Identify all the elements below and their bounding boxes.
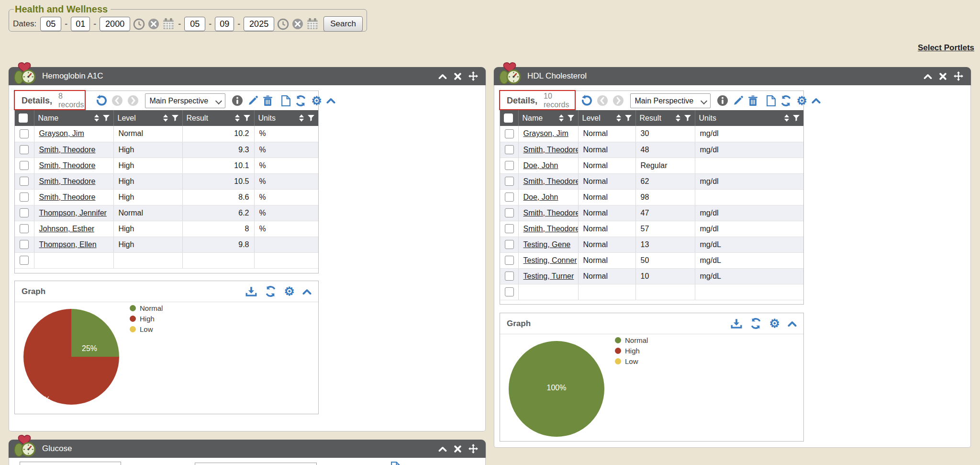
row-checkbox[interactable] [20, 208, 29, 217]
row-checkbox[interactable] [20, 240, 29, 249]
patient-name-link[interactable]: Thompson, Jennifer [39, 209, 107, 217]
to-year-input[interactable] [244, 17, 274, 31]
sort-icon[interactable] [94, 114, 99, 122]
from-year-input[interactable] [100, 17, 130, 31]
patient-name-link[interactable]: Smith, Theodore [39, 146, 96, 154]
patient-name-link[interactable]: Smith, Theodore [39, 161, 96, 170]
new-row-checkbox[interactable] [20, 256, 29, 265]
trash-icon[interactable] [748, 95, 758, 106]
undo-icon[interactable] [95, 94, 107, 107]
refresh-icon[interactable] [295, 95, 307, 107]
row-checkbox[interactable] [505, 240, 514, 249]
row-checkbox[interactable] [20, 145, 29, 154]
new-row-checkbox[interactable] [505, 287, 514, 296]
sort-icon[interactable] [235, 114, 240, 122]
to-month-input[interactable] [184, 17, 205, 31]
sort-icon[interactable] [616, 114, 621, 122]
gear-icon[interactable]: ⚙ [284, 285, 295, 297]
collapse-portlet-icon[interactable] [438, 74, 447, 79]
filter-funnel-icon[interactable] [793, 115, 800, 121]
to-calendar-icon[interactable] [306, 18, 319, 30]
patient-name-link[interactable]: Doe, John [523, 193, 558, 201]
perspective-select-fragment[interactable] [195, 463, 317, 465]
row-checkbox[interactable] [505, 129, 514, 138]
move-portlet-icon[interactable] [468, 444, 478, 454]
row-checkbox[interactable] [505, 256, 514, 265]
download-icon[interactable] [245, 286, 257, 297]
patient-name-link[interactable]: Johnson, Esther [39, 225, 95, 233]
row-checkbox[interactable] [20, 224, 29, 233]
portlet-header[interactable]: Hemoglobin A1C [9, 67, 486, 85]
patient-name-link[interactable]: Testing, Conner [523, 256, 577, 264]
row-checkbox[interactable] [505, 272, 514, 281]
to-time-icon[interactable] [277, 18, 289, 30]
row-checkbox[interactable] [505, 193, 514, 202]
sort-icon[interactable] [299, 114, 304, 122]
patient-name-link[interactable]: Grayson, Jim [523, 129, 568, 137]
close-portlet-icon[interactable] [454, 73, 461, 80]
patient-name-link[interactable]: Testing, Gene [523, 240, 571, 249]
new-document-icon[interactable] [767, 95, 776, 106]
patient-name-link[interactable]: Thompson, Ellen [39, 240, 97, 249]
refresh-icon[interactable] [780, 95, 792, 107]
row-checkbox[interactable] [20, 193, 29, 202]
filter-funnel-icon[interactable] [172, 115, 178, 121]
info-icon[interactable] [232, 95, 243, 106]
to-clear-icon[interactable] [292, 18, 303, 30]
patient-name-link[interactable]: Doe, John [523, 161, 558, 170]
from-time-icon[interactable] [133, 18, 145, 30]
select-portlets-link[interactable]: Select Portlets [918, 43, 974, 53]
filter-funnel-icon[interactable] [568, 115, 574, 121]
edit-pencil-icon[interactable] [247, 95, 258, 106]
move-portlet-icon[interactable] [468, 71, 478, 81]
row-checkbox[interactable] [505, 208, 514, 217]
filter-funnel-icon[interactable] [308, 115, 314, 121]
patient-name-link[interactable]: Smith, Theodore [39, 193, 96, 201]
sort-icon[interactable] [676, 114, 680, 122]
gear-icon[interactable]: ⚙ [796, 95, 807, 107]
collapse-portlet-icon[interactable] [924, 74, 932, 79]
search-button[interactable]: Search [323, 16, 363, 32]
patient-name-link[interactable]: Smith, Theodore [523, 209, 579, 217]
row-checkbox[interactable] [20, 129, 29, 138]
filter-funnel-icon[interactable] [244, 115, 250, 121]
close-portlet-icon[interactable] [454, 445, 461, 453]
row-checkbox[interactable] [505, 224, 514, 233]
sort-icon[interactable] [784, 114, 789, 122]
patient-name-link[interactable]: Smith, Theodore [39, 177, 96, 185]
row-checkbox[interactable] [505, 145, 514, 154]
collapse-section-icon[interactable] [326, 98, 335, 103]
move-portlet-icon[interactable] [954, 71, 963, 81]
undo-icon[interactable] [580, 94, 592, 107]
sort-icon[interactable] [163, 114, 168, 122]
row-checkbox[interactable] [20, 177, 29, 186]
gear-icon[interactable]: ⚙ [769, 318, 780, 329]
to-day-input[interactable] [215, 17, 234, 31]
row-checkbox[interactable] [20, 161, 29, 170]
filter-funnel-icon[interactable] [103, 115, 110, 121]
collapse-section-icon[interactable] [788, 321, 797, 327]
patient-name-link[interactable]: Testing, Turner [523, 272, 574, 280]
close-portlet-icon[interactable] [939, 73, 947, 80]
row-checkbox[interactable] [505, 161, 514, 170]
refresh-icon[interactable] [265, 285, 277, 297]
perspective-select[interactable]: Main Perspective [630, 93, 711, 108]
edit-pencil-icon[interactable] [733, 95, 744, 106]
patient-name-link[interactable]: Grayson, Jim [39, 129, 84, 137]
from-day-input[interactable] [71, 17, 90, 31]
gear-icon[interactable]: ⚙ [311, 95, 322, 107]
from-calendar-icon[interactable] [162, 18, 175, 30]
filter-funnel-icon[interactable] [684, 115, 691, 121]
patient-name-link[interactable]: Smith, Theodore [523, 146, 579, 154]
collapse-portlet-icon[interactable] [438, 446, 447, 452]
filter-funnel-icon[interactable] [625, 115, 632, 121]
portlet-header[interactable]: Glucose [9, 440, 486, 458]
next-icon[interactable] [612, 95, 624, 106]
new-document-icon[interactable] [281, 95, 290, 106]
collapse-section-icon[interactable] [812, 98, 821, 103]
info-icon[interactable] [717, 95, 728, 106]
select-all-checkbox[interactable] [19, 113, 28, 123]
download-icon[interactable] [731, 318, 742, 329]
portlet-header[interactable]: HDL Cholesterol [494, 67, 971, 85]
from-month-input[interactable] [40, 17, 61, 31]
